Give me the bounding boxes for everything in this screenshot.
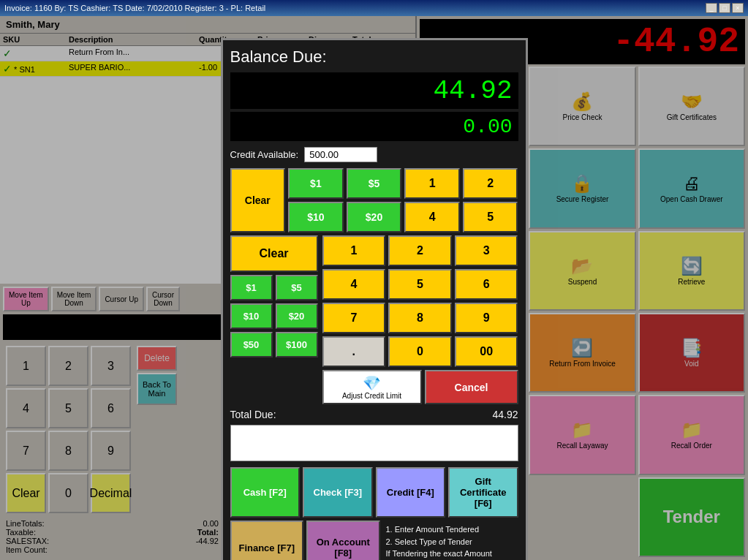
modal-num-8[interactable]: 8 <box>388 303 452 333</box>
tender-buttons-row: Cash [F2] Check [F3] Credit [F4] Gift Ce… <box>230 467 518 518</box>
modal-overlay: Balance Due: 44.92 0.00 Credit Available… <box>0 16 748 560</box>
minimize-button[interactable]: _ <box>706 3 717 13</box>
balance-due-modal: Balance Due: 44.92 0.00 Credit Available… <box>221 38 528 560</box>
modal-num-00[interactable]: 00 <box>455 336 518 367</box>
gift-certificate-button[interactable]: Gift Certificate [F6] <box>448 467 518 518</box>
modal-num-7[interactable]: 7 <box>322 303 386 333</box>
total-due-label: Total Due: <box>230 409 276 420</box>
modal-num-3[interactable]: 3 <box>455 235 518 266</box>
dollar-50-btn[interactable]: $50 <box>230 332 273 357</box>
dollar-100-btn[interactable]: $100 <box>276 332 318 357</box>
modal-num-0[interactable]: 0 <box>388 336 452 367</box>
modal-num-2[interactable]: 2 <box>388 235 452 266</box>
modal-clear-btn2[interactable]: Clear <box>230 235 318 272</box>
modal-buttons-area: Clear $1 $5 1 2 $10 $20 4 5 <box>230 168 518 232</box>
adjust-icon: 💎 <box>363 374 381 392</box>
close-button[interactable]: × <box>732 3 744 13</box>
dollar-10-button[interactable]: $10 <box>288 202 344 232</box>
credit-button[interactable]: Credit [F4] <box>376 467 446 518</box>
modal-num-dot[interactable]: . <box>322 336 386 367</box>
total-due-row: Total Due: 44.92 <box>230 409 518 420</box>
modal-left-col: Clear $1 $5 $10 $20 $50 $100 <box>230 235 318 404</box>
tender-buttons-row2: Finance [F7] On Account [F8] 1. Enter Am… <box>230 521 518 560</box>
credit-available-row: Credit Available: <box>230 147 518 162</box>
modal-instructions: 1. Enter Amount Tendered 2. Select Type … <box>383 521 518 560</box>
check-button[interactable]: Check [F3] <box>303 467 373 518</box>
modal-num-4[interactable]: 4 <box>322 269 386 300</box>
modal-clear-button[interactable]: Clear <box>230 168 286 232</box>
on-account-button[interactable]: On Account [F8] <box>306 521 380 560</box>
modal-num-6[interactable]: 6 <box>455 269 518 300</box>
modal-amount-display-2: 0.00 <box>230 112 518 141</box>
cancel-button[interactable]: Cancel <box>425 370 518 404</box>
num-modal-2[interactable]: 2 <box>463 168 518 199</box>
total-due-value: 44.92 <box>492 409 518 420</box>
dollar-20-button[interactable]: $20 <box>347 202 402 232</box>
dollar-20-btn[interactable]: $20 <box>276 303 318 329</box>
modal-main-content: Clear $1 $5 $10 $20 $50 $100 1 2 3 4 5 <box>230 235 518 404</box>
window-controls[interactable]: _ □ × <box>706 3 744 13</box>
dollar-1-btn[interactable]: $1 <box>230 275 273 300</box>
dollar-1-button[interactable]: $1 <box>288 168 344 199</box>
num-modal-5[interactable]: 5 <box>463 202 518 232</box>
modal-text-area[interactable] <box>230 425 518 461</box>
dollar-10-btn[interactable]: $10 <box>230 303 273 329</box>
modal-num-1[interactable]: 1 <box>322 235 386 266</box>
credit-available-input[interactable] <box>304 147 377 162</box>
restore-button[interactable]: □ <box>719 3 730 13</box>
title-bar: Invoice: 1160 By: TS Cashier: TS Date: 7… <box>0 0 748 16</box>
credit-available-label: Credit Available: <box>230 149 299 160</box>
num-modal-4[interactable]: 4 <box>404 202 460 232</box>
modal-num-9[interactable]: 9 <box>455 303 518 333</box>
dollar-5-btn[interactable]: $5 <box>276 275 318 300</box>
title-text: Invoice: 1160 By: TS Cashier: TS Date: 7… <box>4 4 265 12</box>
modal-amount-display: 44.92 <box>230 72 518 109</box>
balance-due-title: Balance Due: <box>230 48 327 67</box>
finance-button[interactable]: Finance [F7] <box>230 521 304 560</box>
num-modal-1[interactable]: 1 <box>404 168 460 199</box>
modal-header: Balance Due: <box>230 48 518 67</box>
modal-numpad-area: 1 2 3 4 5 6 7 8 9 . 0 00 💎 <box>322 235 518 404</box>
adjust-credit-limit-button[interactable]: 💎 Adjust Credit Limit <box>322 370 422 404</box>
cash-button[interactable]: Cash [F2] <box>230 467 301 518</box>
dollar-5-button[interactable]: $5 <box>347 168 402 199</box>
modal-num-5[interactable]: 5 <box>388 269 452 300</box>
